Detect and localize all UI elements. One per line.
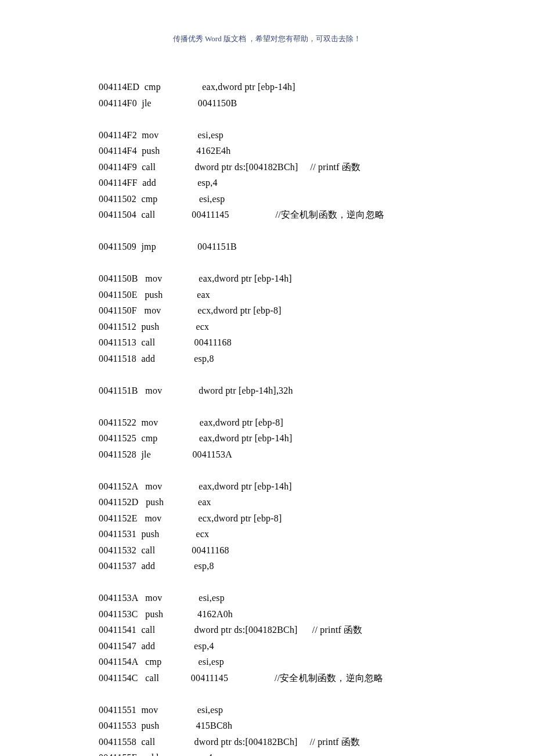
code-line: 004114F2 mov esi,esp — [99, 127, 534, 143]
address: 0041152E — [99, 513, 138, 523]
opcode: mov — [136, 705, 178, 715]
code-line: 004114F4 push 4162E4h — [99, 143, 534, 159]
address: 004114ED — [99, 82, 139, 92]
opcode: push — [136, 322, 176, 332]
address: 00411551 — [99, 705, 136, 715]
blank-line — [99, 255, 534, 271]
operands: 00411168 — [172, 337, 232, 347]
operands: esi,esp — [177, 194, 225, 204]
code-line: 00411531 push ecx — [99, 526, 534, 542]
blank-line — [99, 686, 534, 702]
opcode: call — [136, 545, 172, 555]
code-line: 0041152A mov eax,dword ptr [ebp-14h] — [99, 478, 534, 495]
address: 00411558 — [99, 737, 136, 747]
address: 00411528 — [99, 449, 136, 459]
code-line: 00411532 call 00411168 — [99, 542, 534, 559]
address: 00411525 — [99, 433, 136, 443]
code-line: 00411502 cmp esi,esp — [99, 191, 534, 207]
address: 004114F9 — [99, 162, 137, 172]
address: 0041150B — [99, 273, 138, 283]
code-line: 00411522 mov eax,dword ptr [ebp-8] — [99, 415, 534, 431]
opcode: mov — [136, 417, 178, 427]
code-line: 00411558 call dword ptr ds:[004182BCh] /… — [99, 734, 534, 750]
opcode: cmp — [139, 82, 180, 92]
operands: esp,4 — [176, 178, 218, 188]
code-line: 0041152E mov ecx,dword ptr [ebp-8] — [99, 510, 534, 527]
opcode: cmp — [138, 657, 179, 667]
code-line: 0041152D push eax — [99, 494, 534, 510]
address: 0041154C — [99, 673, 138, 683]
opcode: add — [136, 354, 175, 363]
code-line: 004114F0 jle 0041150B — [99, 95, 534, 111]
operands: eax,dword ptr [ebp-14h] — [179, 481, 292, 491]
address: 00411512 — [99, 322, 136, 332]
operands: dword ptr ds:[004182BCh] — [172, 625, 298, 635]
code-line: 0041150F mov ecx,dword ptr [ebp-8] — [99, 303, 534, 319]
comment: // printf 函数 — [298, 162, 361, 172]
address: 0041152A — [99, 481, 138, 491]
operands: esp,8 — [175, 354, 214, 363]
address: 0041151B — [99, 386, 138, 395]
opcode: call — [136, 625, 172, 635]
opcode: mov — [138, 273, 179, 283]
address: 004114FF — [99, 178, 138, 188]
operands: eax,dword ptr [ebp-8] — [178, 417, 283, 427]
operands: eax — [178, 497, 211, 507]
opcode: call — [136, 737, 172, 747]
code-line: 0041154C call 00411145 //安全机制函数，逆向忽略 — [99, 670, 534, 686]
code-line: 0041150E push eax — [99, 287, 534, 303]
operands: ecx — [176, 322, 209, 332]
code-line: 00411551 mov esi,esp — [99, 702, 534, 718]
address: 00411532 — [99, 545, 136, 555]
code-line: 00411512 push ecx — [99, 319, 534, 335]
address: 00411547 — [99, 641, 136, 651]
opcode: call — [138, 673, 174, 683]
operands: esi,esp — [178, 130, 223, 140]
header-text: 传播优秀 Word 版文档 ，希望对您有帮助，可双击去除！ — [173, 34, 361, 43]
operands: esi,esp — [178, 705, 223, 715]
address: 00411531 — [99, 529, 136, 539]
comment: //安全机制函数，逆向忽略 — [228, 673, 383, 683]
opcode: push — [136, 529, 176, 539]
opcode: jle — [137, 98, 171, 108]
code-line: 00411541 call dword ptr ds:[004182BCh] /… — [99, 622, 534, 638]
code-line: 00411509 jmp 0041151B — [99, 239, 534, 255]
code-line: 00411547 add esp,4 — [99, 638, 534, 654]
address: 0041153C — [99, 609, 138, 619]
address: 00411537 — [99, 561, 136, 571]
opcode: push — [138, 290, 178, 300]
code-line: 00411504 call 00411145 //安全机制函数，逆向忽略 — [99, 207, 534, 223]
operands: eax,dword ptr [ebp-14h] — [177, 433, 292, 443]
address: 00411504 — [99, 210, 136, 219]
opcode: mov — [137, 130, 178, 140]
operands: 00411145 — [172, 210, 229, 219]
blank-line — [99, 462, 534, 478]
address: 0041150F — [99, 305, 137, 315]
operands: dword ptr ds:[004182BCh] — [172, 737, 298, 747]
operands: ecx,dword ptr [ebp-8] — [179, 513, 282, 523]
opcode: call — [137, 162, 173, 172]
opcode: cmp — [136, 433, 177, 443]
address: 00411518 — [99, 354, 136, 363]
operands: 0041151B — [176, 242, 237, 251]
address: 0041153A — [99, 593, 138, 603]
opcode: jle — [136, 449, 171, 459]
code-line: 00411528 jle 0041153A — [99, 447, 534, 463]
opcode: add — [138, 178, 176, 188]
address: 0041154A — [99, 657, 138, 667]
operands: eax — [178, 290, 210, 300]
code-line: 00411525 cmp eax,dword ptr [ebp-14h] — [99, 430, 534, 447]
operands: esp,8 — [175, 561, 214, 571]
address: 00411509 — [99, 242, 136, 251]
address: 00411502 — [99, 194, 136, 204]
blank-line — [99, 574, 534, 591]
operands: 0041150B — [171, 98, 237, 108]
code-line: 0041155E add esp,4 — [99, 750, 534, 756]
comment: // printf 函数 — [298, 625, 363, 635]
operands: 0041153A — [171, 449, 232, 459]
code-line: 0041153A mov esi,esp — [99, 590, 534, 606]
comment: // printf 函数 — [298, 737, 360, 747]
address: 00411541 — [99, 625, 136, 635]
operands: esi,esp — [179, 593, 225, 603]
opcode: mov — [138, 593, 179, 603]
